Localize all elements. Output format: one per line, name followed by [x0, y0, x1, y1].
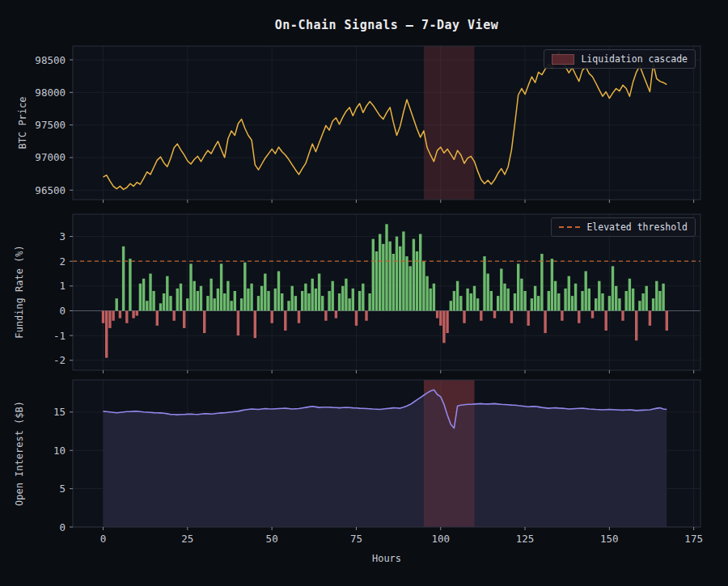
onchain-signals-dashboard: On-Chain Signals — 7-Day View BTC Price …: [0, 0, 728, 586]
svg-text:97000: 97000: [35, 151, 66, 163]
svg-text:97500: 97500: [35, 119, 66, 131]
svg-text:2: 2: [59, 255, 66, 268]
liquidation-cascade-band: [424, 46, 475, 200]
svg-text:5: 5: [59, 483, 66, 495]
legend-liquidation-label: Liquidation cascade: [581, 53, 688, 65]
legend-elevated-threshold: Elevated threshold: [551, 217, 696, 237]
y-tick-labels: 051015: [53, 406, 66, 533]
svg-text:0: 0: [59, 305, 66, 317]
svg-text:175: 175: [684, 533, 703, 545]
svg-text:10: 10: [53, 445, 66, 457]
plot-area: -2-10123: [53, 214, 700, 373]
svg-text:-2: -2: [53, 354, 66, 366]
x-axis-label: Hours: [73, 553, 700, 564]
plot-area: 9650097000975009800098500: [35, 46, 700, 203]
svg-text:98500: 98500: [35, 54, 66, 66]
liquidation-cascade-band: [424, 380, 475, 527]
legend-liquidation-cascade: Liquidation cascade: [544, 49, 696, 69]
svg-text:100: 100: [431, 533, 450, 545]
svg-text:125: 125: [516, 533, 535, 545]
svg-text:0: 0: [59, 521, 66, 533]
svg-text:25: 25: [181, 533, 193, 545]
y-tick-labels: -2-10123: [53, 230, 66, 366]
plot-background: [73, 46, 700, 200]
threshold-dash-swatch: [559, 226, 580, 228]
x-tick-labels: 0255075100125150175: [100, 533, 703, 545]
page-title: On-Chain Signals — 7-Day View: [73, 18, 700, 32]
svg-text:75: 75: [350, 533, 362, 545]
svg-text:1: 1: [59, 280, 66, 292]
svg-text:15: 15: [53, 406, 66, 418]
svg-text:50: 50: [266, 533, 278, 545]
svg-text:96500: 96500: [35, 184, 66, 196]
svg-text:98000: 98000: [35, 86, 66, 99]
legend-threshold-label: Elevated threshold: [586, 221, 688, 233]
liquidation-band-swatch: [552, 54, 574, 65]
svg-text:150: 150: [600, 533, 619, 545]
y-tick-labels: 9650097000975009800098500: [35, 54, 66, 196]
svg-text:3: 3: [59, 230, 66, 242]
svg-text:0: 0: [100, 533, 107, 545]
plot-area: 0510150255075100125150175: [53, 380, 703, 545]
svg-text:-1: -1: [53, 330, 66, 342]
